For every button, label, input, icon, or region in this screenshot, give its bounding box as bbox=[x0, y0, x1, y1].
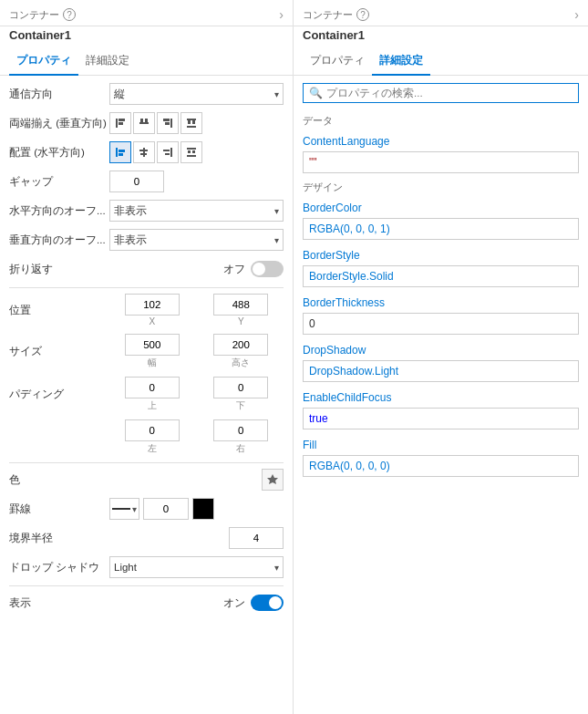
svg-rect-13 bbox=[116, 148, 118, 157]
halign-row: 配置 (水平方向) bbox=[9, 141, 284, 163]
prop-borderstyle-value[interactable]: BorderStyle.Solid bbox=[303, 265, 579, 287]
stroke-dropdown-icon: ▾ bbox=[132, 504, 137, 514]
overflow-h-dropdown-icon: ▾ bbox=[274, 206, 279, 216]
svg-rect-18 bbox=[140, 153, 147, 155]
halign-btn-3[interactable] bbox=[157, 141, 179, 163]
dropshadow-row: ドロップ シャドウ Light ▾ bbox=[9, 556, 284, 578]
dropshadow-dropdown-icon: ▾ bbox=[274, 563, 279, 573]
prop-enablechildfocus-value[interactable]: true bbox=[303, 408, 579, 429]
direction-label: 通信方向 bbox=[9, 88, 109, 101]
pos-x-input[interactable] bbox=[125, 294, 180, 316]
gap-control: 0 bbox=[109, 171, 284, 192]
svg-rect-7 bbox=[163, 119, 170, 121]
right-tab-advanced[interactable]: 詳細設定 bbox=[372, 47, 430, 76]
section-data-label: データ bbox=[294, 110, 588, 129]
visible-toggle[interactable] bbox=[251, 595, 284, 611]
prop-enablechildfocus-name: EnableChildFocus bbox=[294, 386, 588, 406]
right-question-icon[interactable]: ? bbox=[356, 8, 369, 21]
prop-fill-value[interactable]: RGBA(0, 0, 0, 0) bbox=[303, 455, 579, 477]
prop-borderstyle-name: BorderStyle bbox=[294, 243, 588, 264]
stroke-control: ▾ bbox=[109, 498, 284, 520]
wrap-toggle[interactable] bbox=[251, 261, 284, 277]
right-tabs: プロパティ 詳細設定 bbox=[294, 47, 588, 76]
wrap-toggle-knob bbox=[253, 263, 265, 275]
padding-lr-grid: 左 右 bbox=[109, 419, 284, 455]
svg-rect-2 bbox=[119, 122, 123, 125]
valign-btn-4[interactable] bbox=[181, 112, 202, 134]
prop-contentlanguage-value[interactable]: "" bbox=[303, 151, 579, 173]
wrap-off-label: オフ bbox=[223, 263, 245, 276]
halign-btn-1[interactable] bbox=[109, 141, 131, 163]
left-chevron-icon[interactable]: › bbox=[279, 7, 284, 22]
halign-btn-2[interactable] bbox=[133, 141, 155, 163]
left-tab-properties[interactable]: プロパティ bbox=[9, 47, 78, 76]
radius-row: 境界半径 bbox=[9, 527, 284, 549]
prop-borderthickness-value[interactable]: 0 bbox=[303, 313, 579, 335]
pos-y-label: Y bbox=[238, 316, 244, 326]
pad-bottom-input[interactable] bbox=[213, 377, 268, 398]
svg-rect-11 bbox=[188, 120, 191, 124]
prop-contentlanguage-name: ContentLanguage bbox=[294, 129, 588, 150]
valign-control bbox=[109, 112, 284, 134]
pos-y-input[interactable] bbox=[213, 294, 268, 316]
pad-top-input[interactable] bbox=[125, 377, 180, 398]
stroke-color-swatch[interactable] bbox=[192, 498, 214, 520]
radius-input[interactable] bbox=[229, 527, 284, 549]
halign-btn-4[interactable] bbox=[181, 141, 202, 163]
right-panel-header: コンテナー ? › bbox=[294, 0, 588, 26]
left-question-icon[interactable]: ? bbox=[63, 8, 76, 21]
left-panel: コンテナー ? › Container1 プロパティ 詳細設定 通信方向 縦 ▾… bbox=[0, 0, 294, 714]
prop-borderthickness-name: BorderThickness bbox=[294, 291, 588, 311]
visible-on-label: オン bbox=[223, 596, 245, 610]
overflow-v-select[interactable]: 非表示 ▾ bbox=[109, 229, 284, 251]
pad-left-input[interactable] bbox=[125, 419, 180, 441]
color-control bbox=[109, 469, 284, 491]
pad-right-label: 右 bbox=[236, 442, 245, 455]
svg-rect-16 bbox=[143, 148, 145, 157]
gap-label: ギャップ bbox=[9, 175, 109, 189]
left-tabs: プロパティ 詳細設定 bbox=[0, 47, 293, 76]
svg-rect-6 bbox=[170, 119, 172, 128]
divider-2 bbox=[9, 462, 284, 463]
right-chevron-icon[interactable]: › bbox=[574, 7, 579, 22]
stroke-width-input[interactable] bbox=[143, 498, 189, 520]
prop-dropshadow-value[interactable]: DropShadow.Light bbox=[303, 360, 579, 382]
dropshadow-select[interactable]: Light ▾ bbox=[109, 556, 284, 578]
right-tab-properties[interactable]: プロパティ bbox=[303, 47, 372, 76]
size-h-input[interactable] bbox=[213, 334, 268, 356]
left-tab-advanced[interactable]: 詳細設定 bbox=[78, 47, 137, 76]
pos-x-label: X bbox=[149, 316, 155, 326]
search-box[interactable]: 🔍 bbox=[303, 83, 579, 103]
visible-control: オン bbox=[109, 595, 284, 611]
size-label: サイズ bbox=[9, 345, 109, 358]
gap-input[interactable]: 0 bbox=[109, 171, 164, 192]
right-container-name: Container1 bbox=[294, 26, 588, 47]
stroke-style-select[interactable]: ▾ bbox=[109, 498, 139, 520]
valign-btn-3[interactable] bbox=[157, 112, 179, 134]
wrap-label: 折り返す bbox=[9, 263, 109, 276]
gap-row: ギャップ 0 bbox=[9, 171, 284, 192]
svg-rect-21 bbox=[165, 153, 170, 155]
position-row: 位置 X Y bbox=[9, 294, 284, 326]
svg-rect-17 bbox=[139, 150, 148, 151]
size-row: サイズ 幅 高さ bbox=[9, 334, 284, 369]
svg-rect-14 bbox=[119, 150, 125, 152]
pad-right-input[interactable] bbox=[213, 419, 268, 441]
direction-control: 縦 ▾ bbox=[109, 83, 284, 105]
overflow-h-select[interactable]: 非表示 ▾ bbox=[109, 200, 284, 222]
search-input[interactable] bbox=[326, 88, 573, 98]
pad-top-group: 上 bbox=[109, 377, 195, 412]
size-w-input[interactable] bbox=[125, 334, 180, 356]
svg-rect-9 bbox=[187, 119, 196, 120]
direction-select[interactable]: 縦 ▾ bbox=[109, 83, 284, 105]
radius-control bbox=[109, 527, 284, 549]
color-picker-btn[interactable] bbox=[262, 469, 284, 491]
valign-btn-1[interactable] bbox=[109, 112, 131, 134]
prop-enablechildfocus-text: true bbox=[309, 412, 328, 425]
prop-bordercolor-name: BorderColor bbox=[294, 196, 588, 216]
valign-btn-2[interactable] bbox=[133, 112, 155, 134]
prop-bordercolor-value[interactable]: RGBA(0, 0, 0, 1) bbox=[303, 218, 579, 240]
right-header-label: コンテナー bbox=[303, 8, 353, 22]
size-w-label: 幅 bbox=[148, 357, 157, 369]
prop-borderstyle-text: BorderStyle.Solid bbox=[309, 270, 394, 283]
